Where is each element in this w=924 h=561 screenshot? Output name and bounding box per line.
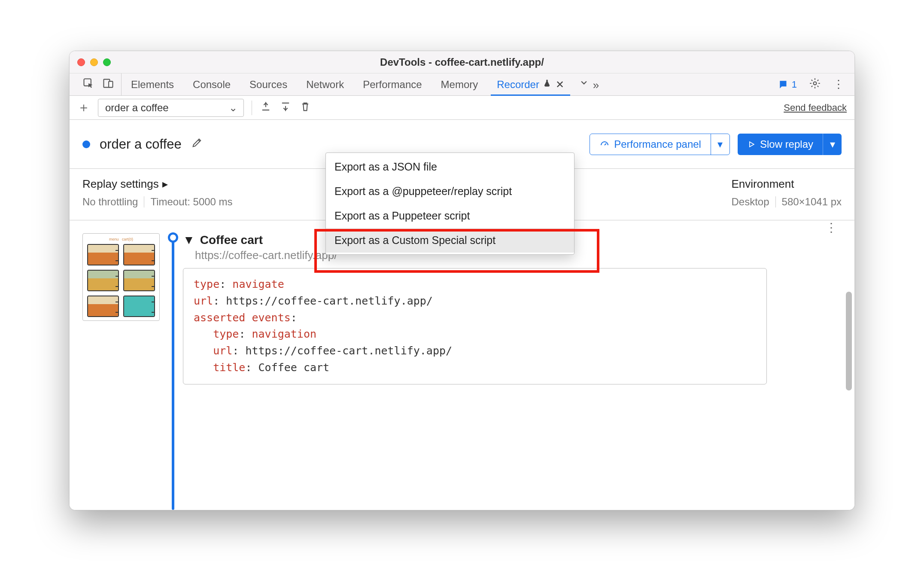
disclosure-triangle-icon[interactable]: ▸ <box>162 177 168 191</box>
recording-selector-label: order a coffee <box>105 102 169 114</box>
step-expand-icon[interactable]: ▼ <box>183 233 195 247</box>
new-recording-icon[interactable]: ＋ <box>77 99 90 116</box>
inspect-element-icon[interactable] <box>82 77 94 92</box>
environment-viewport: 580×1041 px <box>782 196 842 208</box>
scrollbar-thumb[interactable] <box>846 292 852 390</box>
performance-panel-label: Performance panel <box>614 138 701 150</box>
tab-memory[interactable]: Memory <box>432 73 488 95</box>
edit-title-icon[interactable] <box>191 137 203 152</box>
window-title: DevTools - coffee-cart.netlify.app/ <box>70 56 854 68</box>
export-menu-item-puppeteer[interactable]: Export as a Puppeteer script <box>326 204 574 228</box>
recording-selector[interactable]: order a coffee ⌄ <box>98 99 244 117</box>
close-tab-icon[interactable]: ✕ <box>556 79 564 91</box>
timeline: ▼ Coffee cart https://coffee-cart.netlif… <box>172 233 842 510</box>
delete-icon[interactable] <box>299 101 311 115</box>
tab-sources[interactable]: Sources <box>240 73 297 95</box>
recording-status-dot-icon <box>82 140 90 148</box>
import-icon[interactable] <box>260 101 272 115</box>
step-code-block: type: navigate url: https://coffee-cart.… <box>183 268 767 384</box>
export-menu-item-puppeteer-replay[interactable]: Export as a @puppeteer/replay script <box>326 179 574 204</box>
tab-console[interactable]: Console <box>183 73 240 95</box>
kebab-menu-icon[interactable]: ⋮ <box>833 78 844 91</box>
recorder-toolbar: ＋ order a coffee ⌄ Send feedback <box>70 96 854 120</box>
svg-rect-2 <box>109 81 112 87</box>
export-menu-item-json[interactable]: Export as a JSON file <box>326 155 574 179</box>
tab-network[interactable]: Network <box>297 73 353 95</box>
experiment-flask-icon <box>543 79 551 90</box>
device-toolbar-icon[interactable] <box>102 77 114 92</box>
performance-panel-dropdown[interactable]: ▾ <box>711 134 729 155</box>
environment-device: Desktop <box>731 196 769 208</box>
settings-gear-icon[interactable] <box>809 77 821 92</box>
replay-settings-heading[interactable]: Replay settings <box>82 177 159 191</box>
devtools-tabstrip: Elements Console Sources Network Perform… <box>70 73 854 96</box>
export-icon[interactable] <box>280 101 292 115</box>
issues-indicator[interactable]: 1 <box>778 79 797 90</box>
step-title: Coffee cart <box>200 233 263 247</box>
tab-recorder[interactable]: Recorder ✕ <box>487 73 574 95</box>
timeout-value: Timeout: 5000 ms <box>150 196 232 208</box>
step-more-icon[interactable]: ⋮ <box>825 220 837 235</box>
export-menu: Export as a JSON file Export as a @puppe… <box>325 152 574 255</box>
recording-title: order a coffee <box>100 137 182 152</box>
issues-count: 1 <box>792 79 797 90</box>
step-thumbnail: menu cart(0) <box>82 233 160 510</box>
performance-panel-button[interactable]: Performance panel ▾ <box>590 134 730 155</box>
chevron-down-icon: ⌄ <box>229 102 237 114</box>
slow-replay-button[interactable]: Slow replay ▾ <box>738 134 842 155</box>
tab-performance[interactable]: Performance <box>353 73 431 95</box>
environment-heading: Environment <box>731 177 842 191</box>
send-feedback-link[interactable]: Send feedback <box>784 102 847 113</box>
slow-replay-label: Slow replay <box>760 138 813 150</box>
steps-area: menu cart(0) <box>70 220 854 510</box>
tab-elements[interactable]: Elements <box>122 73 183 95</box>
timeline-node-icon <box>168 232 178 243</box>
more-tabs-icon[interactable]: » <box>574 77 603 92</box>
export-menu-item-custom-special[interactable]: Export as a Custom Special script <box>326 228 574 253</box>
slow-replay-dropdown[interactable]: ▾ <box>823 134 842 155</box>
svg-point-3 <box>814 82 817 85</box>
throttling-value: No throttling <box>82 196 138 208</box>
window-titlebar: DevTools - coffee-cart.netlify.app/ <box>70 51 854 73</box>
